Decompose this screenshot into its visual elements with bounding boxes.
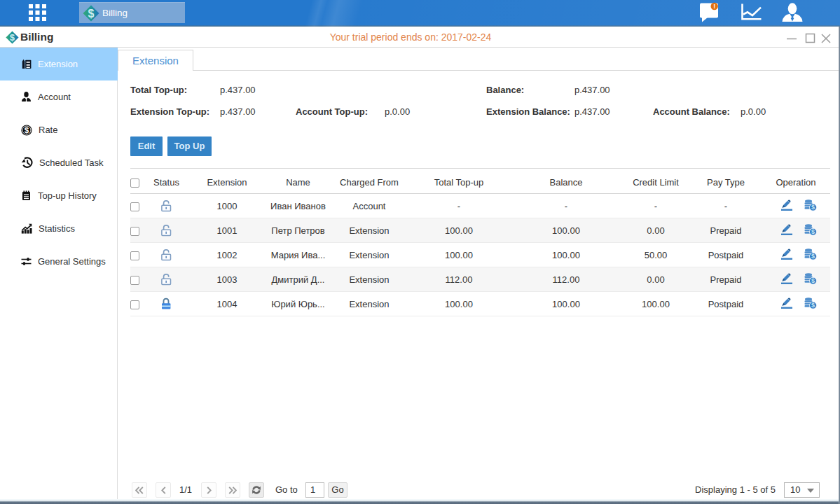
svg-text:$: $	[25, 126, 29, 134]
svg-text:$: $	[10, 33, 15, 43]
svg-text:$: $	[811, 277, 815, 284]
svg-text:$: $	[811, 253, 815, 260]
svg-text:$: $	[88, 8, 95, 20]
svg-text:!: !	[713, 3, 715, 10]
svg-text:$: $	[811, 204, 815, 211]
svg-text:$: $	[811, 302, 815, 309]
svg-text:$: $	[811, 228, 815, 235]
